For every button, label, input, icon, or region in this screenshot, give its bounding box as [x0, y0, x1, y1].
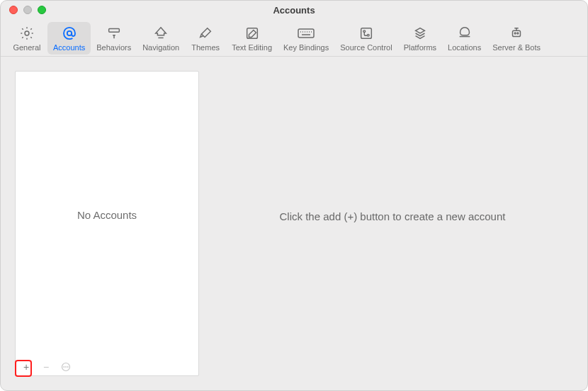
tab-key-bindings[interactable]: Key Bindings	[278, 22, 334, 55]
tab-platforms[interactable]: Platforms	[398, 22, 442, 55]
preferences-window: Accounts General Accounts	[0, 0, 588, 391]
svg-point-6	[363, 30, 366, 33]
tab-source-control[interactable]: Source Control	[334, 22, 397, 55]
tab-server-bots[interactable]: Server & Bots	[487, 22, 546, 55]
zoom-button[interactable]	[38, 6, 46, 14]
traffic-lights	[1, 6, 46, 14]
preferences-toolbar: General Accounts Behaviors	[1, 19, 587, 57]
navigation-icon	[153, 25, 169, 42]
svg-rect-8	[513, 30, 521, 36]
add-account-button[interactable]: +	[20, 361, 33, 373]
svg-point-1	[67, 31, 71, 35]
minus-icon: −	[43, 361, 49, 373]
tab-label: Source Control	[340, 43, 392, 52]
content-area: No Accounts + −	[1, 57, 587, 390]
tab-label: Platforms	[404, 43, 436, 52]
text-editing-icon	[244, 25, 260, 42]
no-accounts-label: No Accounts	[77, 209, 137, 221]
account-actions-button[interactable]	[60, 361, 72, 373]
svg-point-9	[514, 33, 516, 34]
svg-point-12	[63, 366, 64, 368]
plus-icon: +	[23, 361, 29, 373]
tab-label: Server & Bots	[492, 43, 541, 52]
accounts-list-empty: No Accounts	[16, 72, 198, 358]
minimize-button[interactable]	[23, 6, 32, 14]
svg-rect-4	[298, 29, 314, 38]
tab-label: Key Bindings	[283, 43, 329, 52]
svg-point-14	[67, 366, 69, 368]
svg-point-13	[65, 366, 67, 368]
remove-account-button[interactable]: −	[40, 361, 52, 373]
gear-icon	[19, 25, 35, 42]
window-title: Accounts	[1, 5, 587, 16]
at-sign-icon	[61, 25, 78, 42]
bot-icon	[509, 25, 524, 42]
tab-label: Behaviors	[96, 43, 131, 52]
close-button[interactable]	[9, 6, 18, 14]
tab-text-editing[interactable]: Text Editing	[226, 22, 278, 55]
svg-point-0	[25, 31, 29, 35]
accounts-sidebar: No Accounts + −	[15, 71, 199, 376]
tab-label: Accounts	[53, 43, 85, 52]
detail-empty-label: Click the add (+) button to create a new…	[280, 210, 506, 222]
ellipsis-circle-icon	[61, 362, 71, 372]
svg-rect-5	[361, 28, 372, 39]
behaviors-icon	[106, 25, 122, 42]
tab-label: Navigation	[142, 43, 179, 52]
tab-themes[interactable]: Themes	[185, 22, 226, 55]
locations-icon	[457, 25, 473, 42]
keyboard-icon	[297, 25, 315, 42]
tab-locations[interactable]: Locations	[442, 22, 487, 55]
tab-behaviors[interactable]: Behaviors	[91, 22, 137, 55]
titlebar: Accounts	[1, 1, 587, 19]
tab-general[interactable]: General	[6, 22, 47, 55]
tab-label: Locations	[448, 43, 481, 52]
account-detail-pane: Click the add (+) button to create a new…	[212, 71, 573, 376]
sidebar-footer: + −	[16, 358, 198, 375]
tab-accounts[interactable]: Accounts	[47, 22, 91, 55]
svg-point-10	[517, 33, 519, 34]
paintbrush-icon	[198, 25, 213, 42]
tab-label: General	[13, 43, 40, 52]
svg-point-7	[367, 34, 369, 36]
tab-label: Text Editing	[232, 43, 272, 52]
source-control-icon	[358, 25, 374, 42]
tab-label: Themes	[191, 43, 220, 52]
platforms-icon	[412, 25, 428, 42]
tab-navigation[interactable]: Navigation	[137, 22, 185, 55]
svg-rect-2	[108, 29, 119, 33]
